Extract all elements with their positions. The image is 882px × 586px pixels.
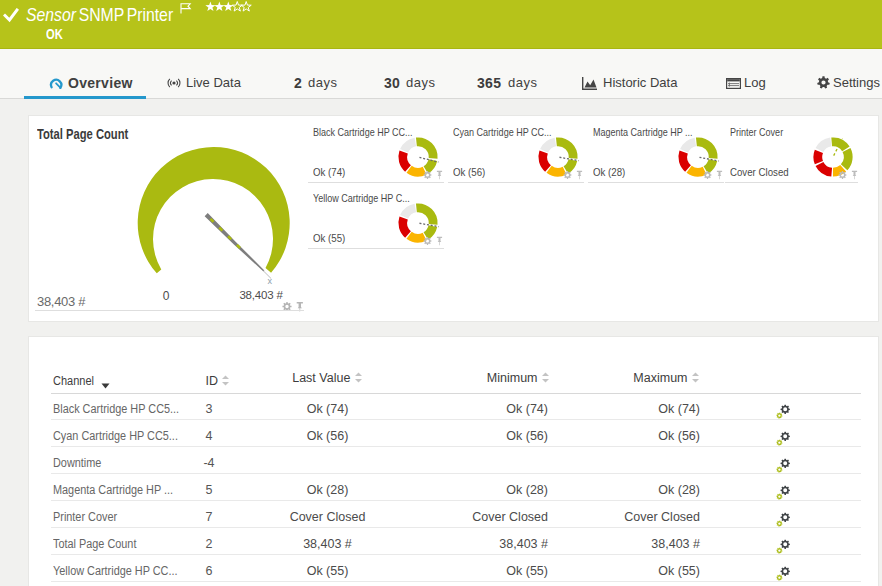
svg-text:x: x: [268, 276, 273, 286]
